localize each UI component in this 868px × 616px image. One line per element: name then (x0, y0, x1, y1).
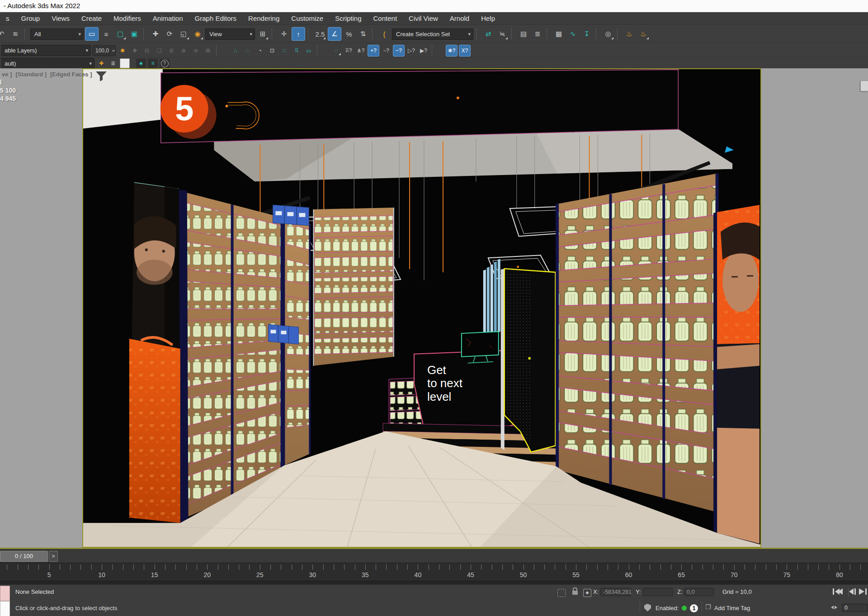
rectangular-selection-region-button[interactable]: ▢ (114, 28, 127, 40)
snap-square-toggle[interactable]: ∷ (279, 45, 290, 56)
selection-filter-dropdown[interactable]: All (30, 28, 84, 40)
snap-grid-question-toggle[interactable]: ⠿? (343, 45, 354, 56)
snap-pivot-plus-toggle[interactable]: +? (368, 45, 379, 57)
angle-snap-button[interactable]: ∠ (328, 27, 341, 41)
back-center-shelf[interactable] (313, 208, 394, 366)
viewport-left-partial[interactable] (0, 68, 82, 548)
snap-target-toggle[interactable]: ◌ (242, 45, 253, 56)
menu-item[interactable]: Views (46, 14, 75, 22)
layer-list-dropdown[interactable]: able Layers) (1, 45, 91, 56)
frame-stepper-arrows[interactable] (831, 606, 837, 609)
mirror-button[interactable]: ⇄ (482, 28, 495, 40)
bind-to-space-warp-button[interactable]: ≋ (9, 28, 22, 40)
play-button[interactable] (859, 588, 867, 595)
color-swatch[interactable] (120, 58, 130, 68)
notes-button[interactable]: ≡ (148, 59, 158, 68)
add-time-tag[interactable]: Add Time Tag (714, 605, 750, 611)
select-and-place-button[interactable]: ◉ (191, 28, 204, 40)
use-pivot-point-button[interactable]: ⊞ (256, 28, 269, 40)
set-current-layer-button[interactable]: ⊕ (178, 45, 189, 56)
viewcube-partial[interactable] (860, 81, 868, 91)
create-layer-button[interactable]: ✚ (129, 45, 140, 56)
menu-item[interactable]: s (0, 14, 15, 22)
render-production-button[interactable]: ♨ (637, 28, 650, 40)
x-coordinate-field[interactable]: -58348,281 (600, 588, 631, 596)
adaptive-degradation-icon[interactable] (644, 604, 651, 611)
merge-layers-button[interactable]: ≋ (190, 45, 201, 56)
maxscript-mini-listener-input[interactable] (0, 601, 10, 616)
menu-item[interactable]: Customize (285, 14, 329, 22)
snap-endpoint-toggle[interactable]: −? (381, 45, 392, 56)
edit-named-selections-button[interactable]: { (378, 28, 391, 40)
snap-face-toggle[interactable]: ▶? (418, 45, 429, 56)
next-frame-button[interactable]: > (49, 551, 58, 562)
viewport-label-standard[interactable]: [Standard ] (15, 71, 47, 78)
snap-center-toggle[interactable]: ∴ (230, 45, 241, 56)
viewport-label-tail[interactable]: ve ] (2, 71, 12, 78)
snap-xray-toggle[interactable]: X? (459, 45, 471, 57)
snap-circle-toggle[interactable]: ◌ (331, 45, 342, 56)
snap-frozen-toggle[interactable]: ❅? (446, 45, 458, 57)
select-and-rotate-button[interactable]: ⟳ (163, 28, 176, 40)
curve-editor-button[interactable]: ∿ (566, 28, 579, 40)
snap-midpoint-toggle[interactable]: ╌? (393, 45, 405, 57)
go-to-start-button[interactable] (833, 588, 843, 595)
enabled-count-badge[interactable]: 1 (690, 604, 698, 612)
menu-item[interactable]: Civil View (403, 14, 444, 22)
snap-pivot-toggle[interactable]: ⋔? (355, 45, 366, 56)
forest-tools-button[interactable]: ♣ (136, 59, 146, 68)
menu-item[interactable]: Graph Editors (189, 14, 243, 22)
stack-button[interactable]: ≣ (108, 59, 118, 68)
layer-properties-button[interactable]: ⊠ (203, 45, 213, 56)
menu-item[interactable]: Rendering (242, 14, 285, 22)
snap-grid-toggle[interactable]: ⠿ (291, 45, 302, 56)
track-bar-ruler[interactable]: 5101520253035404550556065707580 (0, 563, 868, 585)
menu-item[interactable]: Animation (147, 14, 189, 22)
snap-normal-toggle[interactable]: ▷? (406, 45, 417, 56)
z-coordinate-field[interactable]: 0,0 (684, 588, 714, 596)
selection-lock-icon[interactable] (572, 591, 578, 595)
menu-item[interactable]: Content (368, 14, 403, 22)
keyboard-override-button[interactable]: ↑ (292, 27, 305, 41)
current-frame-field[interactable]: 0 (842, 604, 868, 612)
menu-item[interactable]: Help (475, 14, 501, 22)
select-and-scale-button[interactable]: ◱ (177, 28, 190, 40)
menu-item[interactable]: Group (15, 14, 46, 22)
select-and-move-button[interactable]: ✚ (149, 28, 162, 40)
absolute-mode-icon[interactable]: ◆ (583, 589, 591, 597)
select-object-button[interactable]: ▭ (85, 27, 99, 41)
viewport-label-row[interactable]: ve ] [Standard ] [Edged Faces ] (2, 71, 92, 78)
right-athlete-poster[interactable] (713, 205, 760, 544)
viewport-perspective[interactable]: 5 (82, 68, 761, 548)
menu-item[interactable]: Scripting (329, 14, 367, 22)
minimize-ribbon-button[interactable]: ↧ (580, 28, 593, 40)
snaps-toggle-button[interactable]: 2.5 (314, 28, 326, 40)
manage-layers-button[interactable]: ✱ (117, 45, 128, 56)
previous-frame-button[interactable] (849, 588, 856, 595)
snap-image-toggle[interactable]: ⊡ (267, 45, 278, 56)
percent-snap-button[interactable]: % (343, 28, 355, 40)
window-crossing-button[interactable]: ▣ (128, 28, 141, 40)
add-to-layer-button[interactable]: ❏ (154, 45, 165, 56)
select-in-layer-button[interactable]: ≣ (166, 45, 177, 56)
spinner-snap-button[interactable]: ⇅ (357, 28, 369, 40)
maxscript-mini-listener[interactable] (0, 586, 10, 601)
snap-ruler-toggle[interactable]: ▭ (303, 45, 314, 56)
delete-layer-button[interactable]: ⊟ (142, 45, 152, 56)
viewport-right-partial[interactable] (761, 68, 868, 548)
left-athlete-poster[interactable] (129, 182, 189, 524)
time-slider-handle[interactable]: 0 / 100 (0, 551, 48, 562)
select-and-manipulate-button[interactable]: ✛ (278, 28, 290, 40)
scene-explorer-button[interactable]: ▤ (517, 28, 530, 40)
viewport-label-edged-faces[interactable]: [Edged Faces ] (50, 71, 92, 78)
scene-dropdown[interactable]: ault) (1, 58, 94, 69)
align-button[interactable]: ≒ (496, 28, 509, 40)
isolate-selection-icon[interactable] (557, 589, 566, 597)
promo-sign[interactable]: Get to next level (414, 350, 515, 436)
menu-item[interactable]: Modifiers (108, 14, 147, 22)
help-button[interactable]: ? (160, 59, 170, 68)
right-shelf-wall[interactable] (557, 173, 717, 512)
snap-sphere-toggle[interactable]: ◔ (255, 45, 265, 56)
menu-item[interactable]: Arnold (444, 14, 475, 22)
menu-item[interactable]: Create (75, 14, 108, 22)
